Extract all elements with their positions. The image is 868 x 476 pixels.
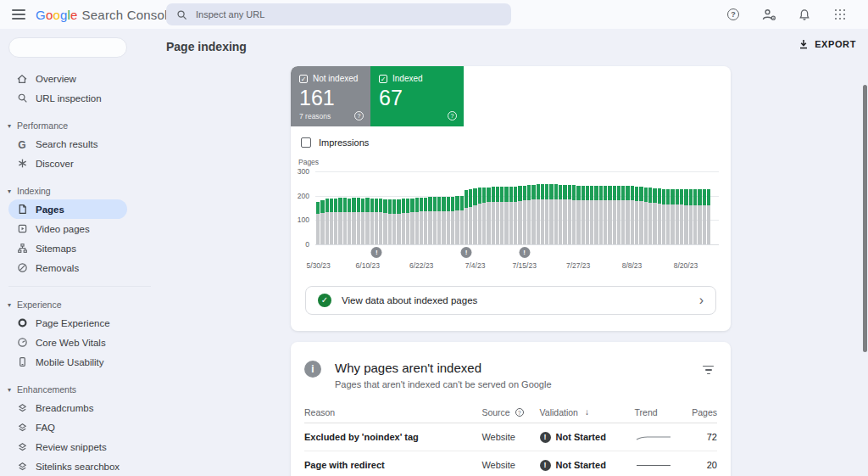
column-header-trend[interactable]: Trend [635, 407, 688, 417]
chart-bar[interactable] [397, 171, 400, 244]
chart-bar[interactable] [365, 171, 369, 244]
chart-bar[interactable] [568, 171, 571, 244]
chart-annotation-marker[interactable]: ! [461, 247, 472, 258]
chart-bar[interactable] [330, 171, 333, 244]
sidebar-item-pages[interactable]: Pages [8, 199, 127, 219]
sidebar-item-breadcrumbs[interactable]: Breadcrumbs [8, 398, 127, 417]
chart-bar[interactable] [518, 171, 521, 244]
chart-bar[interactable] [594, 171, 598, 244]
chart-bar[interactable] [635, 171, 638, 244]
chart-bar[interactable] [487, 171, 490, 244]
chart-bar[interactable] [644, 171, 648, 244]
sidebar-section-performance[interactable]: ▾ Performance [0, 117, 166, 134]
chart-bar[interactable] [604, 171, 607, 244]
chart-bar[interactable] [531, 171, 535, 244]
chart-bar[interactable] [541, 171, 544, 244]
sidebar-item-sitelinks-searchbox[interactable]: Sitelinks searchbox [8, 456, 127, 476]
chart-bar[interactable] [621, 171, 625, 244]
chart-bar[interactable] [352, 171, 355, 244]
sidebar-item-video-pages[interactable]: Video pages [8, 219, 127, 238]
chart-bar[interactable] [392, 171, 396, 244]
chart-bar[interactable] [680, 171, 683, 244]
sidebar-item-discover[interactable]: Discover [8, 154, 127, 173]
chart-bar[interactable] [703, 171, 706, 244]
column-header-reason[interactable]: Reason [304, 407, 481, 417]
chart-bar[interactable] [608, 171, 611, 244]
chart-bar[interactable] [433, 171, 437, 244]
chart-bar[interactable] [410, 171, 414, 244]
chart-bar[interactable] [424, 171, 427, 244]
view-indexed-data-link[interactable]: ✓ View data about indexed pages › [305, 286, 716, 315]
not-indexed-tab[interactable]: ✓ Not indexed 161 7 reasons ? [291, 66, 370, 126]
chart-bar[interactable] [383, 171, 387, 244]
sidebar-item-removals[interactable]: Removals [8, 258, 127, 277]
chart-bar[interactable] [599, 171, 603, 244]
chart-bar[interactable] [375, 171, 378, 244]
chart-bar[interactable] [348, 171, 351, 244]
chart-bar[interactable] [478, 171, 481, 244]
property-selector[interactable] [8, 37, 127, 58]
chart-bar[interactable] [437, 171, 441, 244]
chart-bar[interactable] [334, 171, 337, 244]
chart-bar[interactable] [492, 171, 495, 244]
account-settings-icon[interactable] [761, 7, 776, 22]
chart-bar[interactable] [549, 171, 553, 244]
chart-bar[interactable] [537, 171, 540, 244]
sidebar-item-url-inspection[interactable]: URL inspection [8, 88, 127, 108]
sidebar-item-mobile-usability[interactable]: Mobile Usability [8, 352, 127, 372]
checkbox-checked-icon[interactable]: ✓ [299, 75, 308, 83]
chart-bar[interactable] [402, 171, 405, 244]
chart-bar[interactable] [581, 171, 585, 244]
chart-bar[interactable] [379, 171, 382, 244]
menu-icon[interactable] [12, 9, 25, 20]
table-row[interactable]: Page with redirect Website ! Not Started… [304, 451, 717, 476]
sidebar-section-experience[interactable]: ▾ Experience [0, 296, 166, 313]
chart-bar[interactable] [447, 171, 450, 244]
table-row[interactable]: Excluded by 'noindex' tag Website ! Not … [304, 423, 717, 451]
google-apps-grid-icon[interactable] [832, 7, 848, 22]
chart-bar[interactable] [576, 171, 580, 244]
impressions-toggle[interactable]: Impressions [301, 137, 731, 148]
chart-bar[interactable] [693, 171, 697, 244]
sidebar-item-search-results[interactable]: G Search results [8, 134, 127, 154]
chart-bar[interactable] [545, 171, 548, 244]
sidebar-item-sitemaps[interactable]: Sitemaps [8, 238, 127, 258]
chart-bar[interactable] [662, 171, 665, 244]
chart-bar[interactable] [442, 171, 445, 244]
chart-bar[interactable] [473, 171, 476, 244]
chart-bar[interactable] [523, 171, 526, 244]
chart-bar[interactable] [338, 171, 342, 244]
chart-bar[interactable] [455, 171, 459, 244]
column-header-source[interactable]: Source ? [481, 407, 539, 417]
chart-bar[interactable] [617, 171, 620, 244]
chart-bar[interactable] [514, 171, 517, 244]
checkbox-unchecked-icon[interactable] [301, 137, 311, 148]
sidebar-item-overview[interactable]: Overview [8, 69, 127, 88]
chart-bar[interactable] [527, 171, 531, 244]
vertical-scrollbar[interactable] [863, 85, 867, 352]
chart-bar[interactable] [420, 171, 423, 244]
chart-bar[interactable] [357, 171, 360, 244]
column-header-validation[interactable]: Validation ↓ [540, 407, 635, 417]
chart-bar[interactable] [496, 171, 499, 244]
chart-bar[interactable] [451, 171, 454, 244]
chart-bar[interactable] [509, 171, 513, 244]
sidebar-item-review-snippets[interactable]: Review snippets [8, 437, 127, 456]
chart-bar[interactable] [559, 171, 562, 244]
chart-bar[interactable] [370, 171, 374, 244]
column-header-pages[interactable]: Pages [688, 407, 717, 417]
app-logo[interactable]: Google Search Console [36, 8, 175, 22]
help-question-icon[interactable]: ? [354, 111, 364, 120]
chart-bar[interactable] [639, 171, 643, 244]
sidebar-section-indexing[interactable]: ▾ Indexing [0, 182, 166, 199]
chart-bar[interactable] [343, 171, 347, 244]
sidebar-section-enhancements[interactable]: ▾ Enhancements [0, 381, 166, 398]
chart-bar[interactable] [653, 171, 656, 244]
chart-bar[interactable] [689, 171, 693, 244]
chart-bar[interactable] [465, 171, 468, 244]
indexed-tab[interactable]: ✓ Indexed 67 ? [370, 66, 464, 126]
chart-bar[interactable] [316, 171, 320, 244]
chart-bar[interactable] [590, 171, 593, 244]
chart-bar[interactable] [554, 171, 558, 244]
chart-bar[interactable] [361, 171, 364, 244]
